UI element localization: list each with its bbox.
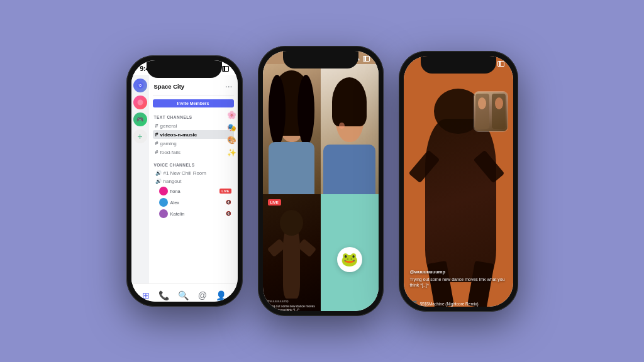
chat-icon[interactable]: 💬	[497, 304, 507, 307]
server-header: Space City ···	[153, 79, 234, 96]
username-katelin: Katelin	[170, 211, 185, 217]
person4-bg: 🐸	[321, 194, 379, 311]
notch-1	[147, 60, 222, 78]
live-badge-video: LIVE	[268, 199, 281, 206]
bottom-nav: ⊞ 📞 🔍 @ 👤	[131, 283, 238, 302]
voice-channel-name-2: hangout	[164, 178, 182, 184]
text-channels-label: TEXT CHANNELS	[153, 112, 234, 121]
phone-discord-inner: 9:41 ▌▌▌ ▲ ▌	[131, 60, 238, 302]
avatar-katelin	[159, 209, 168, 218]
pip-content	[474, 92, 508, 131]
hash-icon-1: #	[155, 123, 158, 129]
username-fiona: fiona	[170, 189, 180, 194]
hash-icon-3: #	[155, 140, 158, 146]
nav-at-icon[interactable]: @	[198, 290, 207, 300]
hash-icon-4: #	[155, 149, 158, 155]
channel-name-videos: videos-n-music	[160, 132, 197, 138]
server-menu-icon[interactable]: ···	[225, 81, 233, 91]
music-note-icon: 🎵	[410, 300, 418, 307]
channel-name-food: food-fails	[160, 150, 180, 155]
stream-caption: Trying out some new dance moves lmk what…	[410, 277, 507, 288]
livestream-main: @wuuuuuuump Trying out some new dance mo…	[404, 69, 513, 307]
voice-user-katelin: Katelin 🔇	[153, 208, 234, 219]
server-icon-3[interactable]: 🎮	[133, 112, 147, 126]
notch-3	[421, 56, 496, 74]
invite-button[interactable]: Invite Members	[153, 99, 234, 107]
person3-bg: LIVE @wuuuuuuump Trying out some new dan…	[263, 194, 321, 311]
svg-point-0	[137, 82, 143, 89]
avatar-fiona	[159, 187, 168, 195]
video-cell-topleft	[263, 64, 321, 194]
channel-videos[interactable]: # videos-n-music	[153, 130, 234, 139]
livestream-info: @wuuuuuuump Trying out some new dance mo…	[410, 269, 507, 288]
person1-bg	[263, 64, 321, 194]
video-cell-bottomright: 🐸	[321, 194, 379, 311]
server-sidebar: 🎮 +	[131, 75, 149, 283]
server-add-icon[interactable]: +	[133, 129, 147, 143]
battery-icon-1: ▌	[222, 66, 229, 72]
phone-livestream: ▌▌ ▲ ▌	[399, 51, 518, 312]
video-cell-bottomleft: LIVE @wuuuuuuump Trying out some new dan…	[263, 194, 321, 311]
battery-icon-3: ▌	[497, 61, 504, 67]
voice-channels-label: VOICE CHANNELS	[153, 160, 234, 169]
avatar-alex	[159, 198, 168, 207]
nav-phone-icon[interactable]: 📞	[158, 290, 169, 300]
voice-user-alex: Alex 🔇	[153, 197, 234, 208]
channel-gaming[interactable]: # gaming	[153, 139, 234, 148]
speaker-icon-2: 🔊	[155, 178, 162, 184]
phones-container: 9:41 ▌▌▌ ▲ ▌	[114, 33, 531, 329]
video-cell-topright	[321, 64, 379, 194]
dancer-body-main	[425, 119, 496, 282]
server-icon-1[interactable]	[133, 79, 147, 92]
battery-icon-2: ▌	[363, 56, 370, 62]
channel-list: Space City ··· Invite Members TEXT CHANN…	[149, 75, 238, 283]
channel-name-general: general	[160, 123, 177, 129]
live-badge-fiona: LIVE	[219, 189, 231, 194]
mic-icon-alex: 🔇	[226, 200, 231, 205]
nav-home-icon[interactable]: ⊞	[142, 290, 150, 300]
video-caption: @wuuuuuuump Trying out some new dance mo…	[267, 299, 317, 311]
phone-video-inner: ▌▌▌ ▲ ▌	[263, 51, 379, 311]
username-alex: Alex	[170, 200, 180, 206]
voice-chill-room[interactable]: 🔊 #1 New Chill Room	[153, 169, 234, 177]
notch-2	[283, 51, 358, 69]
voice-hangout[interactable]: 🔊 hangout	[153, 177, 234, 185]
phone-discord: 9:41 ▌▌▌ ▲ ▌	[126, 55, 243, 307]
channel-general[interactable]: # general	[153, 121, 234, 130]
phone-livestream-inner: ▌▌ ▲ ▌	[404, 56, 513, 307]
mic-icon-katelin: 🔇	[226, 211, 231, 216]
channel-food[interactable]: # food-fails	[153, 148, 234, 156]
hash-icon-2: #	[155, 131, 158, 138]
server-icon-2[interactable]	[133, 96, 147, 109]
stream-username: @wuuuuuuump	[410, 269, 507, 275]
speaker-icon-1: 🔊	[155, 170, 162, 176]
video-grid: LIVE @wuuuuuuump Trying out some new dan…	[263, 64, 379, 311]
nav-profile-icon[interactable]: 👤	[216, 290, 226, 300]
channel-name-gaming: gaming	[160, 141, 177, 146]
nav-search-icon[interactable]: 🔍	[178, 290, 189, 300]
voice-channel-name-1: #1 New Chill Room	[164, 170, 206, 176]
discord-layout: 🎮 + Space City ··· Invite Members TEXT C…	[131, 75, 238, 283]
pip-window	[474, 91, 508, 132]
frog-avatar: 🐸	[337, 247, 362, 272]
person2-bg	[321, 64, 379, 194]
voice-user-fiona: fiona LIVE	[153, 185, 234, 197]
phone-video: ▌▌▌ ▲ ▌	[258, 46, 384, 316]
music-title: $$$$Machine (Nightcore Remix)	[420, 302, 479, 306]
stream-music: 🎵 $$$$Machine (Nightcore Remix)	[410, 300, 494, 307]
server-name: Space City	[154, 83, 185, 90]
emoji-decorations: 🌸 🎭 🎨 ✨	[227, 111, 236, 157]
